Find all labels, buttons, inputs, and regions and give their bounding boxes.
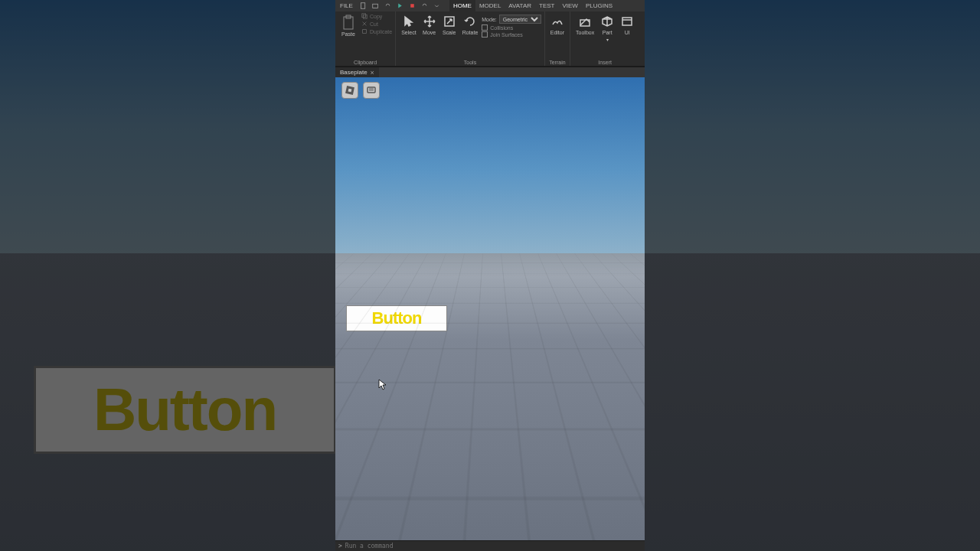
copy-button[interactable]: Copy (361, 13, 392, 19)
ribbon-insert: Toolbox Part▾ UI Insert (570, 11, 639, 66)
cursor-icon (402, 15, 416, 28)
ribbon: Paste Copy Cut Duplicate Clipboard Selec… (335, 11, 645, 67)
cut-button[interactable]: Cut (361, 21, 392, 27)
move-tool[interactable]: Move (420, 13, 439, 37)
svg-rect-10 (622, 18, 632, 25)
select-tool[interactable]: Select (399, 13, 418, 37)
rotate-icon (463, 15, 477, 28)
undo-icon[interactable] (421, 2, 429, 10)
svg-rect-5 (362, 14, 366, 18)
svg-rect-2 (411, 4, 415, 8)
paste-icon (341, 15, 356, 31)
scale-tool[interactable]: Scale (440, 13, 459, 37)
bg-button-zoom: Button (34, 366, 336, 454)
toolbox-icon (578, 15, 592, 28)
checkbox-icon (482, 24, 488, 31)
redo-icon[interactable] (384, 2, 392, 10)
ui-icon (620, 15, 634, 28)
mode-selector[interactable]: Mode: Geometric (482, 15, 541, 24)
play-icon[interactable] (397, 2, 404, 10)
roblox-logo-icon[interactable] (341, 82, 358, 99)
ribbon-terrain: Editor Terrain (545, 11, 570, 66)
cube-icon (600, 15, 614, 28)
scale-icon (443, 15, 456, 28)
toolbox-button[interactable]: Toolbox (573, 13, 596, 37)
tab-view[interactable]: VIEW (558, 0, 581, 11)
dropdown-icon[interactable] (433, 2, 441, 10)
svg-rect-0 (361, 3, 365, 9)
studio-window: FILE HOME MODEL AVATAR TEST VIEW PLUGINS… (335, 0, 645, 551)
doc-tab-baseplate[interactable]: Baseplate × (335, 67, 379, 78)
ui-button-label: Button (372, 308, 422, 328)
chat-icon[interactable] (363, 82, 380, 99)
tab-model[interactable]: MODEL (475, 0, 505, 11)
open-icon[interactable] (372, 2, 380, 10)
ribbon-clipboard: Paste Copy Cut Duplicate Clipboard (335, 11, 396, 66)
prompt-icon: > (338, 543, 342, 549)
new-doc-icon[interactable] (360, 2, 368, 10)
mode-dropdown[interactable]: Geometric (499, 15, 541, 24)
tab-home[interactable]: HOME (449, 0, 475, 11)
stop-icon[interactable] (409, 2, 416, 10)
menubar: FILE HOME MODEL AVATAR TEST VIEW PLUGINS (335, 0, 645, 11)
svg-rect-7 (363, 30, 367, 34)
clipboard-list: Copy Cut Duplicate (360, 13, 392, 34)
command-input[interactable] (345, 543, 645, 549)
tab-test[interactable]: TEST (535, 0, 558, 11)
close-icon[interactable]: × (371, 69, 374, 77)
viewport-3d[interactable]: Button (335, 77, 645, 540)
command-bar[interactable]: > (335, 540, 645, 551)
svg-rect-1 (373, 4, 378, 8)
collisions-toggle[interactable]: Collisions (482, 24, 541, 31)
terrain-icon (550, 15, 564, 28)
tab-plugins[interactable]: PLUGINS (582, 0, 616, 11)
rotate-tool[interactable]: Rotate (460, 13, 481, 37)
file-menu[interactable]: FILE (335, 2, 358, 9)
ui-text-button[interactable]: Button (346, 305, 447, 331)
duplicate-button[interactable]: Duplicate (361, 28, 392, 34)
viewport-overlay-icons (341, 82, 380, 99)
document-tabs: Baseplate × (335, 67, 645, 77)
part-button[interactable]: Part▾ (598, 13, 616, 44)
paste-button[interactable]: Paste (338, 13, 358, 38)
move-icon (423, 15, 436, 28)
terrain-editor-button[interactable]: Editor (548, 13, 567, 37)
tools-options: Mode: Geometric Collisions Join Surfaces (482, 13, 541, 37)
ui-insert-button[interactable]: UI (618, 13, 636, 37)
svg-rect-13 (348, 89, 352, 93)
ribbon-tools: Select Move Scale Rotate Mode: Geometric… (396, 11, 545, 66)
join-surfaces-toggle[interactable]: Join Surfaces (482, 31, 541, 37)
tab-avatar[interactable]: AVATAR (505, 0, 535, 11)
ribbon-tabs: HOME MODEL AVATAR TEST VIEW PLUGINS (449, 0, 616, 11)
svg-rect-6 (363, 15, 367, 18)
checkbox-icon (482, 31, 488, 37)
